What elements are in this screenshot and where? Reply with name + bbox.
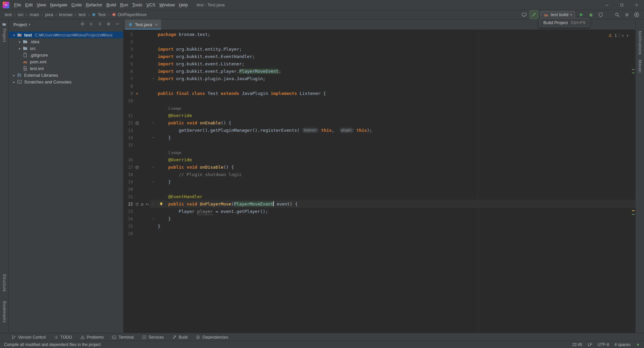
- maximize-button[interactable]: [614, 0, 629, 10]
- breadcrumb-item-test[interactable]: test: [79, 12, 86, 17]
- stripe-notifications-button[interactable]: Notifications: [638, 31, 642, 55]
- toolwindow-problems-button[interactable]: Problems: [80, 335, 104, 340]
- fold-marker[interactable]: −: [150, 200, 156, 208]
- breadcrumb-item-src[interactable]: src: [18, 12, 23, 17]
- inspections-widget[interactable]: ⚠ 1 ∧ ∨: [608, 32, 629, 39]
- code-text[interactable]: @Override: [156, 156, 635, 164]
- code-text[interactable]: }: [156, 223, 635, 230]
- menu-tools[interactable]: Tools: [130, 1, 144, 9]
- menu-code[interactable]: Code: [69, 1, 84, 9]
- breadcrumb-item-test[interactable]: test: [5, 12, 12, 17]
- notification-dot-icon[interactable]: [636, 343, 640, 347]
- error-stripe-mark[interactable]: [632, 72, 635, 73]
- code-text[interactable]: public void OnPlayerMove(PlayerMoveEvent…: [156, 200, 635, 208]
- override-icon[interactable]: [135, 165, 139, 170]
- toolwindow-todo-button[interactable]: TODO: [54, 335, 72, 340]
- line-number[interactable]: 26: [123, 230, 133, 237]
- code-text[interactable]: public void onEnable() {: [156, 119, 635, 127]
- line-number[interactable]: 17: [123, 164, 133, 171]
- coverage-button[interactable]: [597, 11, 605, 19]
- dot-icon[interactable]: [135, 92, 139, 96]
- stripe-bookmarks-button[interactable]: Bookmarks: [2, 301, 7, 323]
- fold-marker[interactable]: −: [150, 75, 156, 82]
- bulb-icon[interactable]: [159, 201, 164, 207]
- code-text[interactable]: // Plugin shutdown logic: [156, 171, 635, 178]
- line-number[interactable]: 14: [123, 134, 133, 141]
- line-number[interactable]: 22: [123, 200, 133, 208]
- tab-test-java[interactable]: C Test.java ×: [125, 19, 161, 30]
- code-text[interactable]: }: [156, 178, 635, 186]
- hide-button[interactable]: [115, 21, 120, 27]
- expand-all-button[interactable]: [89, 21, 94, 27]
- usages-hint[interactable]: 1 usage: [168, 151, 181, 155]
- code-text[interactable]: import org.bukkit.event.EventHandler;: [156, 53, 635, 60]
- line-number[interactable]: 21: [123, 193, 133, 200]
- chevron-right-icon[interactable]: ▸: [11, 73, 17, 77]
- line-number[interactable]: 15: [123, 141, 133, 149]
- breadcrumb-item-java[interactable]: java: [45, 12, 53, 17]
- tree-item-gitignore[interactable]: .gitignore: [9, 52, 123, 58]
- close-button[interactable]: [629, 0, 644, 10]
- tree-item-idea[interactable]: ▸.idea: [9, 38, 123, 45]
- fold-marker[interactable]: −: [150, 164, 156, 171]
- build-hammer-button[interactable]: [530, 11, 538, 19]
- line-number[interactable]: 6: [123, 68, 133, 75]
- chevron-down-icon[interactable]: ▾: [11, 33, 17, 37]
- code-text[interactable]: [156, 38, 635, 46]
- toolwindow-version-control-button[interactable]: Version Control: [11, 335, 46, 340]
- at-icon[interactable]: @: [140, 202, 144, 207]
- code-text[interactable]: [156, 230, 635, 237]
- code-text[interactable]: @EventHandler: [156, 193, 635, 200]
- line-number[interactable]: 20: [123, 186, 133, 193]
- line-separator[interactable]: LF: [588, 342, 592, 347]
- line-number[interactable]: 8: [123, 82, 133, 90]
- usages-hint[interactable]: 1 usage: [168, 106, 181, 110]
- line-number[interactable]: 18: [123, 171, 133, 178]
- line-number[interactable]: 19: [123, 178, 133, 186]
- fold-marker[interactable]: −: [150, 134, 156, 141]
- line-number[interactable]: 25: [123, 223, 133, 230]
- settings-button[interactable]: [623, 11, 631, 19]
- code-text[interactable]: Player player = event.getPlayer();: [156, 208, 635, 215]
- code-text[interactable]: }: [156, 215, 635, 223]
- line-number[interactable]: 7: [123, 75, 133, 82]
- breadcrumb-item-kronae[interactable]: kronae: [59, 12, 72, 17]
- code-text[interactable]: import org.bukkit.plugin.java.JavaPlugin…: [156, 75, 635, 82]
- breadcrumb-item-onplayermove[interactable]: mOnPlayerMove: [112, 12, 147, 17]
- run-config-select[interactable]: m test build ▾: [540, 11, 575, 18]
- collapse-all-button[interactable]: [97, 21, 102, 27]
- close-tab-icon[interactable]: ×: [155, 22, 158, 27]
- tree-item-pom-xml[interactable]: mpom.xml: [9, 58, 123, 65]
- menu-navigate[interactable]: Navigate: [48, 1, 69, 9]
- run-button[interactable]: [577, 11, 585, 19]
- encoding[interactable]: UTF-8: [598, 342, 609, 347]
- code-text[interactable]: [156, 97, 635, 105]
- tree-item-external-libraries[interactable]: ▸External Libraries: [9, 72, 123, 78]
- breadcrumb-item-main[interactable]: main: [30, 12, 39, 17]
- project-view-select[interactable]: Project ▾: [13, 22, 30, 27]
- tree-item-test-iml[interactable]: test.iml: [9, 65, 123, 72]
- breadcrumb-item-test[interactable]: CTest: [92, 12, 106, 17]
- code-text[interactable]: @Override: [156, 112, 635, 119]
- error-stripe-mark[interactable]: [632, 210, 635, 211]
- error-stripe-mark[interactable]: [632, 214, 635, 215]
- line-number[interactable]: 12: [123, 119, 133, 127]
- code-text[interactable]: 1 usage: [156, 149, 635, 156]
- code-text[interactable]: [156, 82, 635, 90]
- tree-item-scratches-and-consoles[interactable]: ▸Scratches and Consoles: [9, 78, 123, 85]
- code-text[interactable]: [156, 141, 635, 149]
- code-text[interactable]: import org.bukkit.event.Listener;: [156, 60, 635, 68]
- caret-position[interactable]: 22:45: [572, 342, 582, 347]
- indent-setting[interactable]: 4 spaces: [614, 342, 631, 347]
- avatar-button[interactable]: [633, 11, 641, 19]
- menu-view[interactable]: View: [35, 1, 48, 9]
- locate-button[interactable]: [80, 21, 85, 27]
- toolwindow-services-button[interactable]: Services: [142, 335, 164, 340]
- menu-window[interactable]: Window: [157, 1, 177, 9]
- code-text[interactable]: public final class Test extends JavaPlug…: [156, 90, 635, 97]
- tree-item-src[interactable]: ▸src: [9, 45, 123, 52]
- settings-button[interactable]: [106, 21, 111, 27]
- stripe-maven-button[interactable]: Maven: [638, 60, 642, 73]
- menu-run[interactable]: Run: [118, 1, 130, 9]
- menu-refactor[interactable]: Refactor: [84, 1, 104, 9]
